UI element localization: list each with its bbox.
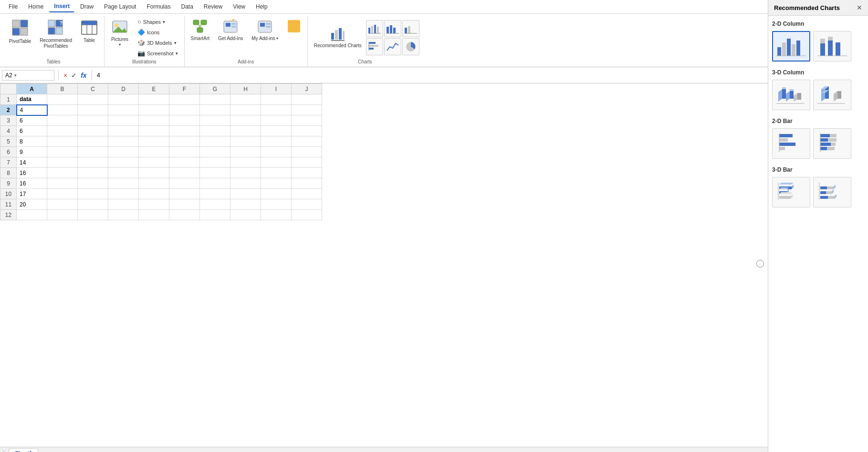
cell-D3[interactable] xyxy=(108,115,139,126)
cell-B6[interactable] xyxy=(47,147,78,157)
bar-2d-stacked-thumb[interactable] xyxy=(813,128,851,159)
menu-page-layout[interactable]: Page Layout xyxy=(99,1,141,12)
cell-B3[interactable] xyxy=(47,115,78,126)
sheet-tab-1[interactable]: Sheet1 xyxy=(9,448,38,452)
cell-B8[interactable] xyxy=(47,168,78,178)
pivot-table-button[interactable]: PivotTable xyxy=(6,17,34,47)
shapes-button[interactable]: ○ Shapes ▾ xyxy=(134,17,168,27)
cell-F1[interactable] xyxy=(169,94,200,105)
col-header-C[interactable]: C xyxy=(78,84,108,94)
cell-E11[interactable] xyxy=(139,199,169,210)
cell-G6[interactable] xyxy=(200,147,230,157)
formula-confirm-icon[interactable]: ✓ xyxy=(70,71,78,80)
line-chart-btn[interactable] xyxy=(384,38,401,55)
row-header-12[interactable]: 12 xyxy=(0,210,17,220)
cell-B4[interactable] xyxy=(47,126,78,136)
cell-C4[interactable] xyxy=(78,126,108,136)
cell-G9[interactable] xyxy=(200,178,230,189)
cell-H8[interactable] xyxy=(230,168,261,178)
cell-F9[interactable] xyxy=(169,178,200,189)
cell-E8[interactable] xyxy=(139,168,169,178)
screenshot-button[interactable]: 📷 Screenshot ▾ xyxy=(134,48,181,58)
cell-E3[interactable] xyxy=(139,115,169,126)
col-chart-btn3[interactable] xyxy=(402,20,419,37)
cell-J8[interactable] xyxy=(292,168,322,178)
cell-D12[interactable] xyxy=(108,210,139,220)
cell-A7[interactable]: 14 xyxy=(17,157,47,168)
cell-I2[interactable] xyxy=(261,105,292,115)
cell-I11[interactable] xyxy=(261,199,292,210)
cell-G5[interactable] xyxy=(200,136,230,147)
cell-D6[interactable] xyxy=(108,147,139,157)
cell-I9[interactable] xyxy=(261,178,292,189)
row-header-7[interactable]: 7 xyxy=(0,157,17,168)
cell-H10[interactable] xyxy=(230,189,261,199)
cell-D2[interactable] xyxy=(108,105,139,115)
col-header-D[interactable]: D xyxy=(108,84,139,94)
col-2d-clustered-thumb[interactable] xyxy=(772,31,810,62)
cell-E4[interactable] xyxy=(139,126,169,136)
cell-J10[interactable] xyxy=(292,189,322,199)
cell-A8[interactable]: 16 xyxy=(17,168,47,178)
menu-help[interactable]: Help xyxy=(251,1,272,12)
cell-D8[interactable] xyxy=(108,168,139,178)
row-header-9[interactable]: 9 xyxy=(0,178,17,189)
icons-button[interactable]: 🔷 Icons xyxy=(134,27,163,37)
col-header-A[interactable]: A xyxy=(17,84,47,94)
table-button[interactable]: Table xyxy=(77,17,101,46)
cell-A2[interactable]: 4 xyxy=(17,105,47,115)
cell-H3[interactable] xyxy=(230,115,261,126)
cell-B11[interactable] xyxy=(47,199,78,210)
cell-H2[interactable] xyxy=(230,105,261,115)
recommended-pivot-button[interactable]: ? RecommendedPivotTables xyxy=(36,17,75,51)
menu-data[interactable]: Data xyxy=(176,1,198,12)
cell-C1[interactable] xyxy=(78,94,108,105)
cell-H6[interactable] xyxy=(230,147,261,157)
col-header-E[interactable]: E xyxy=(139,84,169,94)
cell-E6[interactable] xyxy=(139,147,169,157)
add-sheet-btn[interactable]: + xyxy=(2,449,6,452)
cell-A5[interactable]: 8 xyxy=(17,136,47,147)
menu-view[interactable]: View xyxy=(228,1,250,12)
cell-C3[interactable] xyxy=(78,115,108,126)
cell-B5[interactable] xyxy=(47,136,78,147)
visio-button[interactable] xyxy=(283,17,304,37)
cell-C9[interactable] xyxy=(78,178,108,189)
cell-C10[interactable] xyxy=(78,189,108,199)
smartart-button[interactable]: SmartArt xyxy=(188,17,213,44)
col-header-B[interactable]: B xyxy=(47,84,78,94)
cell-D11[interactable] xyxy=(108,199,139,210)
cell-I10[interactable] xyxy=(261,189,292,199)
formula-cancel-icon[interactable]: × xyxy=(63,71,68,80)
cell-B2[interactable] xyxy=(47,105,78,115)
cell-I1[interactable] xyxy=(261,94,292,105)
col-header-G[interactable]: G xyxy=(200,84,230,94)
cell-J7[interactable] xyxy=(292,157,322,168)
cell-J5[interactable] xyxy=(292,136,322,147)
cell-J4[interactable] xyxy=(292,126,322,136)
cell-F11[interactable] xyxy=(169,199,200,210)
pie-chart-btn[interactable] xyxy=(402,38,419,55)
cell-E2[interactable] xyxy=(139,105,169,115)
cell-G8[interactable] xyxy=(200,168,230,178)
cell-E7[interactable] xyxy=(139,157,169,168)
cell-D4[interactable] xyxy=(108,126,139,136)
cell-G2[interactable] xyxy=(200,105,230,115)
3d-models-button[interactable]: 🎲 3D Models ▾ xyxy=(134,38,180,48)
cell-E1[interactable] xyxy=(139,94,169,105)
cell-J11[interactable] xyxy=(292,199,322,210)
cell-name-box[interactable]: A2 ▾ xyxy=(2,70,54,81)
cell-G3[interactable] xyxy=(200,115,230,126)
col-header-F[interactable]: F xyxy=(169,84,200,94)
cell-C6[interactable] xyxy=(78,147,108,157)
cell-G12[interactable] xyxy=(200,210,230,220)
cell-C8[interactable] xyxy=(78,168,108,178)
col-chart-btn[interactable] xyxy=(366,20,383,37)
row-header-6[interactable]: 6 xyxy=(0,147,17,157)
cell-F5[interactable] xyxy=(169,136,200,147)
formula-fx-icon[interactable]: fx xyxy=(80,71,87,80)
row-header-8[interactable]: 8 xyxy=(0,168,17,178)
row-header-2[interactable]: 2 xyxy=(0,105,17,115)
row-header-1[interactable]: 1 xyxy=(0,94,17,105)
cell-H12[interactable] xyxy=(230,210,261,220)
